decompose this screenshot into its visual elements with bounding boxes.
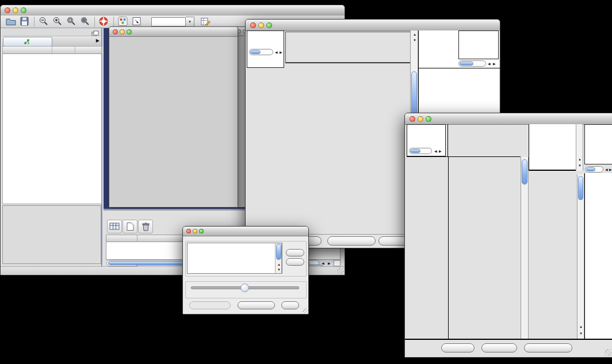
global-vscrollbar[interactable]: ▲ ▼ [577,174,584,340]
usage-hints-scrollbar[interactable] [585,166,603,173]
annotation-icon[interactable] [130,16,144,28]
save-data-button[interactable] [481,343,517,352]
zoom-fit-icon[interactable] [64,16,78,28]
heatmap-vscrollbar[interactable] [521,157,529,340]
column-dendrogram[interactable] [447,124,521,156]
control-panel: ▶ [2,28,102,267]
zoom-out-icon[interactable] [37,16,51,28]
zoom-selected-icon[interactable] [78,16,92,28]
dialog-title-bar[interactable] [183,227,308,236]
view-status-scrollbar[interactable] [249,49,273,55]
gene-list[interactable] [584,173,612,340]
scroll-down-icon[interactable]: ▼ [578,164,582,167]
global-heatmap-canvas[interactable] [530,174,576,340]
scroll-up-icon[interactable]: ▲ [277,263,281,266]
column-labels-panel [529,124,576,171]
close-icon[interactable] [113,29,118,35]
delete-attribute-icon[interactable] [138,220,153,233]
network-table-header[interactable] [3,47,101,54]
attribute-list[interactable] [187,243,282,274]
selected-genes-matrix[interactable] [420,70,449,97]
search-input[interactable] [151,17,186,26]
search-dropdown-button[interactable]: ▼ [186,17,194,27]
data-col-id[interactable] [106,235,137,242]
zoom-window-icon[interactable] [127,29,132,35]
heatmap-canvas[interactable] [448,157,521,340]
usage-hints-panel [584,124,612,164]
view-status-scrollbar[interactable] [409,148,432,154]
scroll-right-icon[interactable]: ▶ [280,51,282,54]
treeview2-button-bar [405,339,612,357]
help-icon[interactable] [97,16,111,28]
scroll-right-icon[interactable]: ▶ [609,168,612,171]
scroll-down-icon[interactable]: ▼ [579,332,583,335]
attribute-list-scrollbar[interactable]: ▲ ▼ [275,243,282,273]
new-attribute-icon[interactable] [123,220,137,233]
column-dendrogram[interactable] [285,32,411,63]
save-session-icon[interactable] [18,16,32,28]
treeview2-window: ◀ ▶ ▲ ▼ ◀ ▶ [404,113,612,358]
treeview1-title-bar[interactable] [246,20,500,31]
tab-overflow-arrow[interactable]: ▶ [96,38,100,43]
close-icon[interactable] [186,229,191,233]
network-tab-icon [24,39,30,45]
tab-vizmapper[interactable] [53,37,94,45]
column-labels-scrollbar[interactable]: ▲ ▼ [576,124,583,171]
zoom-window-icon[interactable] [426,116,431,122]
usage-hints-panel [458,30,499,59]
scroll-right-icon[interactable]: ▶ [328,262,331,265]
minimize-icon[interactable] [13,7,18,13]
settings-button[interactable] [441,343,475,352]
minimize-icon[interactable] [418,116,423,122]
open-session-icon[interactable] [4,16,18,28]
animation-slider-thumb[interactable] [240,283,249,292]
minimize-icon[interactable] [193,229,197,233]
treeview2-title-bar[interactable] [405,113,612,125]
scroll-up-icon[interactable]: ▲ [579,325,583,328]
close-icon[interactable] [410,116,415,122]
submatrix-column-labels [420,30,458,67]
scroll-down-icon[interactable]: ▼ [413,39,416,42]
resize-grip[interactable] [337,267,344,274]
resize-grip[interactable] [303,308,308,313]
scroll-left-icon[interactable]: ◀ [488,62,491,66]
zoom-in-icon[interactable] [51,16,64,28]
animate-vizmap-button[interactable] [189,301,231,309]
close-icon[interactable] [5,7,10,13]
desktop: ▼ ▶ [0,0,612,364]
network-view-window [109,26,238,208]
close-icon[interactable] [250,22,256,28]
main-title-bar[interactable] [1,5,345,16]
scroll-right-icon[interactable]: ▶ [493,62,496,66]
zoom-window-icon[interactable] [21,7,26,13]
export-graphics-button[interactable] [327,236,376,246]
scroll-right-icon[interactable]: ▶ [439,150,442,153]
network-overview-panel[interactable] [2,205,101,264]
minimize-icon[interactable] [258,22,264,28]
attribute-editor-icon[interactable] [199,16,213,28]
map-colors-dialog: ▲ ▼ [182,226,309,315]
export-graphics-button[interactable] [524,343,572,352]
scroll-down-icon[interactable]: ▼ [277,268,281,271]
tab-network[interactable] [3,37,52,47]
heatmap-canvas[interactable] [285,63,410,235]
zoom-window-icon[interactable] [266,22,272,28]
move-up-button[interactable] [286,249,304,256]
row-dendrogram[interactable] [407,157,447,340]
scroll-left-icon[interactable]: ◀ [434,150,437,153]
move-down-button[interactable] [286,258,304,266]
create-vizmap-button[interactable] [238,301,275,309]
vizmapper-icon[interactable] [116,16,130,28]
scroll-up-icon[interactable]: ▲ [578,158,582,161]
zoom-window-icon[interactable] [199,229,204,233]
scroll-up-icon[interactable]: ▲ [413,33,416,36]
table-mode-icon[interactable] [107,220,122,233]
resize-grip[interactable] [605,349,611,356]
scroll-left-icon[interactable]: ◀ [275,51,278,54]
network-canvas[interactable] [109,36,238,207]
usage-hints-scrollbar[interactable] [458,60,486,67]
scroll-left-icon[interactable]: ◀ [605,168,608,171]
done-button[interactable] [281,301,299,309]
row-dendrogram[interactable] [247,63,284,235]
minimize-icon[interactable] [120,29,125,35]
